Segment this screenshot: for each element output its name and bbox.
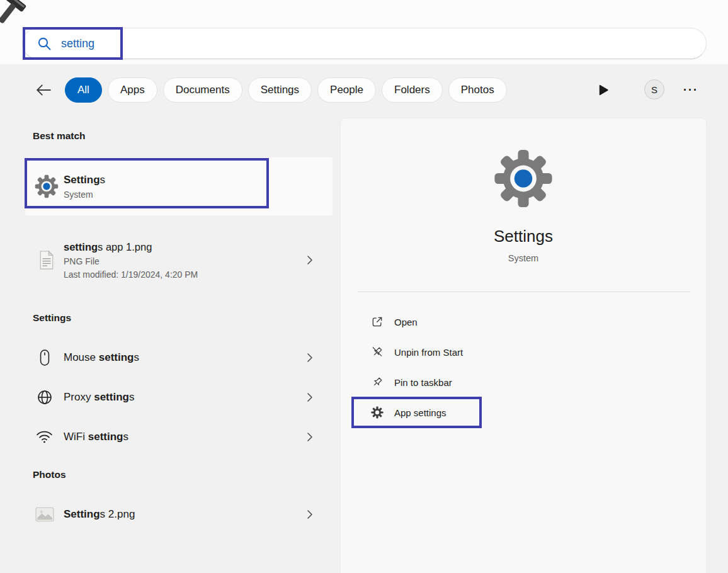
action-open[interactable]: Open — [341, 307, 706, 337]
tab-settings[interactable]: Settings — [248, 77, 312, 103]
back-button[interactable] — [33, 79, 54, 101]
tab-documents[interactable]: Documents — [163, 77, 242, 103]
best-match-result[interactable]: Settings System — [25, 157, 333, 215]
preview-panel: Settings System Open — [340, 118, 707, 573]
context-actions: Open Unpin from Start — [341, 307, 706, 428]
avatar[interactable]: S — [644, 79, 664, 99]
tab-all[interactable]: All — [65, 77, 102, 103]
result-label: WiFi settings — [64, 431, 128, 443]
pin-icon — [371, 376, 384, 389]
wifi-icon — [30, 430, 59, 444]
open-icon — [371, 315, 384, 328]
play-icon[interactable] — [596, 82, 611, 98]
more-icon[interactable]: ⋯ — [679, 79, 702, 99]
tab-photos[interactable]: Photos — [448, 77, 507, 103]
tab-people[interactable]: People — [317, 77, 376, 103]
file-result-modified: Last modified: 1/19/2024, 4:20 PM — [64, 269, 198, 280]
file-icon — [34, 250, 59, 270]
back-arrow-icon — [35, 84, 52, 96]
app-title: Settings — [341, 227, 706, 246]
result-proxy-settings[interactable]: Proxy settings — [25, 383, 333, 412]
search-bar[interactable]: setting — [22, 28, 707, 59]
result-label: Mouse settings — [64, 351, 139, 364]
result-mouse-settings[interactable]: Mouse settings — [25, 343, 333, 372]
chevron-right-icon — [307, 255, 313, 266]
app-subtitle: System — [341, 253, 706, 263]
search-input[interactable]: setting — [61, 37, 94, 50]
action-app-settings[interactable]: App settings — [341, 397, 706, 428]
file-result-title: settings app 1.png — [64, 241, 198, 253]
tab-folders[interactable]: Folders — [382, 77, 443, 103]
action-pin-to-taskbar[interactable]: Pin to taskbar — [341, 367, 706, 397]
image-icon — [30, 507, 59, 522]
globe-icon — [30, 389, 59, 406]
action-unpin-from-start[interactable]: Unpin from Start — [341, 337, 706, 367]
photos-section-heading: Photos — [33, 469, 66, 480]
mouse-icon — [30, 349, 59, 366]
best-match-subtitle: System — [64, 190, 105, 200]
result-settings-2-png[interactable]: Settings 2.png — [25, 500, 333, 529]
result-label: Proxy settings — [64, 391, 134, 404]
settings-gear-icon — [494, 149, 554, 211]
result-wifi-settings[interactable]: WiFi settings — [25, 423, 333, 451]
chevron-right-icon — [307, 353, 313, 363]
search-icon — [37, 37, 52, 51]
chevron-right-icon — [307, 392, 313, 403]
windows-search-flyout: setting All Apps Documents Settings Peop… — [0, 0, 728, 573]
unpin-icon — [371, 346, 384, 358]
filter-tabs: All Apps Documents Settings People Folde… — [33, 76, 507, 104]
file-result-type: PNG File — [64, 256, 198, 266]
settings-section-heading: Settings — [33, 312, 71, 324]
chevron-right-icon — [307, 509, 313, 520]
settings-gear-icon — [34, 174, 59, 198]
tab-apps[interactable]: Apps — [108, 77, 157, 103]
chevron-right-icon — [307, 432, 313, 443]
divider — [358, 292, 690, 292]
result-label: Settings 2.png — [64, 508, 135, 521]
best-match-title: Settings — [64, 174, 105, 186]
gear-icon — [371, 406, 384, 419]
best-match-heading: Best match — [33, 130, 86, 142]
file-result[interactable]: settings app 1.png PNG File Last modifie… — [25, 232, 333, 288]
